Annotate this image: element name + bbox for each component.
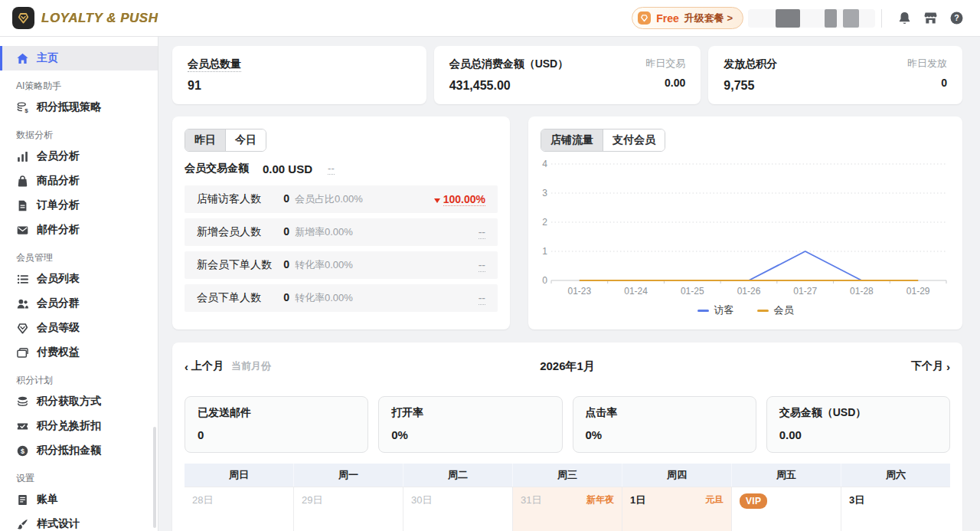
metric-row: 新会员下单人数0转化率0.00%--	[185, 251, 498, 279]
svg-text:01-28: 01-28	[850, 286, 874, 297]
legend-item-会员[interactable]: 会员	[757, 303, 794, 317]
calendar-stat-card: 交易金额（USD）0.00	[766, 396, 950, 453]
sidebar-section-label: 会员管理	[0, 248, 158, 267]
sidebar-item-会员等级[interactable]: 会员等级	[0, 316, 158, 340]
series-访客	[580, 251, 918, 280]
next-month-button[interactable]: 下个月 ›	[911, 359, 950, 373]
bar-chart-icon	[16, 150, 29, 163]
day-number: 30日	[411, 493, 432, 507]
tab-store-traffic[interactable]: 店铺流量	[541, 129, 603, 151]
svg-text:01-29: 01-29	[906, 286, 930, 297]
sidebar-item-积分抵扣金额[interactable]: $积分抵扣金额	[0, 438, 158, 463]
sidebar-section-label: AI策略助手	[0, 77, 158, 95]
sidebar-item-商品分析[interactable]: 商品分析	[0, 169, 158, 193]
stat-card-total-points: 发放总积分 9,755 昨日发放 0	[708, 46, 962, 104]
calendar-day-cell[interactable]: 30日	[403, 487, 512, 531]
notifications-bell-icon[interactable]	[891, 5, 917, 31]
upgrade-plan-button[interactable]: Free 升级套餐 >	[632, 7, 743, 29]
sidebar-item-积分兑换折扣[interactable]: 积分兑换折扣	[0, 414, 158, 438]
svg-text:$: $	[21, 447, 24, 454]
metric-value: 0	[282, 291, 289, 303]
sidebar-item-样式设计[interactable]: 样式设计	[0, 512, 158, 531]
sidebar-item-主页[interactable]: 主页	[0, 46, 158, 70]
svg-text:1: 1	[542, 246, 547, 257]
sidebar-item-会员列表[interactable]: 会员列表	[0, 267, 158, 291]
plan-tier-label: Free	[656, 12, 679, 25]
legend-label: 访客	[714, 303, 734, 317]
metric-change: --	[418, 226, 485, 238]
amount-change-placeholder: --	[328, 162, 335, 175]
festival-label: 新年夜	[586, 493, 614, 506]
header-divider	[881, 9, 882, 28]
metric-row: 会员下单人数0转化率0.00%--	[185, 284, 498, 312]
day-number: 29日	[302, 493, 322, 507]
metric-rate: 转化率0.00%	[295, 258, 353, 272]
bill-icon	[16, 493, 29, 506]
help-icon[interactable]: ?	[943, 5, 969, 31]
sidebar-item-会员分析[interactable]: 会员分析	[0, 144, 158, 169]
tab-today[interactable]: 今日	[225, 129, 266, 151]
sidebar-item-订单分析[interactable]: 订单分析	[0, 193, 158, 218]
sidebar-item-积分抵现策略[interactable]: $积分抵现策略	[0, 95, 158, 120]
storefront-icon[interactable]	[917, 5, 943, 31]
svg-text:4: 4	[542, 159, 547, 169]
sidebar-item-付费权益[interactable]: 付费权益	[0, 340, 158, 365]
sidebar-item-邮件分析[interactable]: 邮件分析	[0, 218, 158, 242]
sidebar-item-label: 订单分析	[37, 198, 80, 212]
sidebar-item-label: 付费权益	[37, 346, 80, 359]
stat-sub-label: 昨日交易	[645, 57, 685, 70]
calendar-day-cell[interactable]: 1日元旦	[622, 487, 731, 531]
email-calendar-panel: ‹ 上个月 当前月份 2026年1月 下个月 › 已发送邮件0打开率0%点击率0…	[172, 343, 962, 531]
calendar-day-cell[interactable]: 28日	[185, 487, 293, 531]
stat-sub-value: 0.00	[645, 77, 685, 89]
weekday-header: 周二	[403, 464, 512, 487]
sidebar-item-会员分群[interactable]: 会员分群	[0, 291, 158, 316]
calendar-stat-card: 点击率0%	[573, 396, 756, 453]
metric-change-value: 100.00%	[443, 193, 485, 206]
calendar-stat-label: 已发送邮件	[198, 406, 355, 420]
calendar-day-cell[interactable]: 31日新年夜	[512, 487, 622, 531]
current-month-button[interactable]: 当前月份	[231, 359, 271, 373]
wallet-icon	[16, 346, 29, 359]
shopping-bag-icon	[16, 175, 29, 188]
main-content: 会员总数量 91 会员总消费金额（USD） 431,455.00 昨日交易 0.…	[158, 37, 980, 531]
legend-dash	[697, 310, 709, 312]
metric-mid: 0转化率0.00%	[282, 258, 418, 272]
legend-dash	[757, 310, 769, 312]
metric-change-value: --	[479, 226, 485, 239]
day-tab-group: 昨日 今日	[185, 129, 266, 152]
tab-paying-members[interactable]: 支付会员	[603, 129, 665, 151]
metric-rate: 新增率0.00%	[295, 225, 353, 239]
metric-mid: 0新增率0.00%	[282, 225, 418, 239]
calendar-month-title: 2026年1月	[315, 359, 820, 374]
home-icon	[16, 52, 29, 65]
plan-badge-icon	[638, 11, 651, 25]
stat-card-total-members: 会员总数量 91	[172, 46, 426, 104]
sidebar-item-label: 会员列表	[37, 272, 80, 286]
calendar-day-cell[interactable]: VIP	[731, 487, 841, 531]
sidebar-item-账单[interactable]: 账单	[0, 487, 158, 512]
calendar-day-cell[interactable]: 29日	[293, 487, 403, 531]
svg-text:0: 0	[542, 275, 547, 286]
sidebar-item-积分获取方式[interactable]: 积分获取方式	[0, 389, 158, 414]
svg-text:2: 2	[542, 217, 547, 228]
calendar-day-cell[interactable]: 3日	[841, 487, 950, 531]
legend-label: 会员	[774, 303, 794, 317]
metric-change: 100.00%	[418, 193, 485, 205]
tab-yesterday[interactable]: 昨日	[185, 129, 225, 151]
metric-change-value: --	[479, 292, 485, 305]
member-transaction-amount-label: 会员交易金额	[185, 162, 249, 175]
svg-text:01-27: 01-27	[793, 286, 817, 297]
sidebar-item-label: 积分抵扣金额	[37, 444, 101, 457]
metric-value: 0	[282, 258, 289, 270]
sidebar-scrollbar[interactable]	[153, 427, 156, 528]
legend-item-访客[interactable]: 访客	[697, 303, 734, 317]
users-icon	[16, 297, 29, 310]
document-icon	[16, 199, 29, 212]
prev-month-button[interactable]: ‹ 上个月	[185, 359, 224, 373]
day-number: 1日	[630, 493, 645, 507]
svg-text:01-23: 01-23	[568, 286, 592, 297]
sidebar-item-label: 会员等级	[37, 321, 80, 335]
festival-label: 元旦	[705, 493, 724, 506]
stat-sub-label: 昨日发放	[907, 57, 947, 70]
